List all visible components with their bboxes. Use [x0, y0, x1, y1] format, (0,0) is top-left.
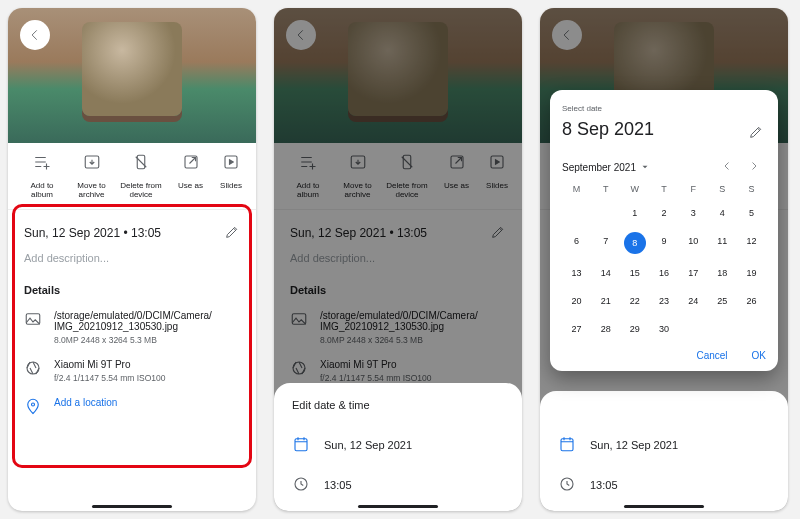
edit-time-value: 13:05	[324, 479, 352, 491]
clock-icon	[292, 475, 310, 495]
action-label: Use as	[178, 181, 203, 190]
pencil-icon	[748, 124, 764, 140]
chevron-left-icon	[721, 160, 733, 172]
phone-info: Add to album Move to archive Delete from…	[8, 8, 256, 511]
info-sheet: Sun, 12 Sep 2021 • 13:05 Add description…	[8, 210, 256, 431]
edit-time-row[interactable]: 13:05	[292, 465, 504, 505]
calendar-day[interactable]: 23	[649, 292, 678, 310]
open-in-icon	[182, 153, 200, 175]
calendar-icon	[292, 435, 310, 455]
phone-datepicker: Add to album Move to archive Delete from…	[540, 8, 788, 511]
action-use-as[interactable]: Use as	[169, 153, 213, 199]
calendar-icon	[558, 435, 576, 455]
calendar-dow: W	[620, 184, 649, 194]
calendar-day[interactable]: 19	[737, 264, 766, 282]
datepicker-manual-input-button[interactable]	[748, 124, 764, 142]
datepicker-cancel-button[interactable]: Cancel	[696, 350, 727, 361]
calendar-day[interactable]: 11	[708, 232, 737, 254]
detail-camera: Xiaomi Mi 9T Pro f/2.4 1/1147 5.54 mm IS…	[24, 359, 240, 383]
edit-date-value: Sun, 12 Sep 2021	[324, 439, 412, 451]
photo-datetime: Sun, 12 Sep 2021 • 13:05	[24, 226, 161, 240]
description-input[interactable]: Add description...	[24, 252, 240, 264]
next-month-button[interactable]	[742, 163, 766, 174]
calendar-day[interactable]: 18	[708, 264, 737, 282]
calendar-day[interactable]: 29	[620, 320, 649, 338]
action-label: Delete from device	[119, 181, 163, 199]
calendar-day[interactable]: 26	[737, 292, 766, 310]
action-label: Add to album	[20, 181, 64, 199]
detail-location[interactable]: Add a location	[24, 397, 240, 417]
slideshow-icon	[222, 153, 240, 175]
calendar-day[interactable]: 12	[737, 232, 766, 254]
pencil-icon	[224, 224, 240, 240]
action-delete-from-device[interactable]: Delete from device	[119, 153, 163, 199]
edit-datetime-sheet: x Sun, 12 Sep 2021 13:05	[540, 391, 788, 511]
calendar-day[interactable]: 10	[679, 232, 708, 254]
action-slideshow[interactable]: Slides	[218, 153, 244, 199]
calendar-day[interactable]: 22	[620, 292, 649, 310]
file-meta: 8.0MP 2448 x 3264 5.3 MB	[54, 335, 212, 345]
back-button[interactable]	[20, 20, 50, 50]
photo-preview	[8, 8, 256, 143]
calendar-day[interactable]: 1	[620, 204, 649, 222]
calendar-day[interactable]: 24	[679, 292, 708, 310]
calendar-day[interactable]: 3	[679, 204, 708, 222]
calendar-day[interactable]: 13	[562, 264, 591, 282]
chevron-right-icon	[748, 160, 760, 172]
calendar-dow: T	[649, 184, 678, 194]
action-move-to-archive[interactable]: Move to archive	[70, 153, 114, 199]
svg-rect-19	[561, 439, 573, 451]
add-location-link[interactable]: Add a location	[54, 397, 117, 408]
location-pin-icon	[24, 397, 42, 417]
calendar-day[interactable]: 2	[649, 204, 678, 222]
camera-model: Xiaomi Mi 9T Pro	[54, 359, 166, 370]
calendar-day[interactable]: 30	[649, 320, 678, 338]
gesture-bar	[92, 505, 172, 508]
calendar-day[interactable]: 9	[649, 232, 678, 254]
edit-datetime-sheet: Edit date & time Sun, 12 Sep 2021 13:05	[274, 383, 522, 511]
calendar-day[interactable]: 15	[620, 264, 649, 282]
calendar-day[interactable]: 7	[591, 232, 620, 254]
details-heading: Details	[24, 284, 240, 296]
date-picker-dialog: Select date 8 Sep 2021 September 2021 MT…	[550, 90, 778, 371]
calendar-day[interactable]: 28	[591, 320, 620, 338]
camera-meta: f/2.4 1/1147 5.54 mm ISO100	[54, 373, 166, 383]
action-label: Move to archive	[70, 181, 114, 199]
calendar-dow: S	[708, 184, 737, 194]
svg-rect-13	[295, 439, 307, 451]
calendar-day[interactable]: 5	[737, 204, 766, 222]
calendar-day[interactable]: 8	[620, 232, 649, 254]
prev-month-button[interactable]	[715, 163, 739, 174]
edit-datetime-button[interactable]	[224, 224, 240, 242]
calendar-day[interactable]: 6	[562, 232, 591, 254]
edit-time-row: 13:05	[558, 465, 770, 505]
datepicker-label: Select date	[562, 104, 766, 113]
calendar-day[interactable]: 4	[708, 204, 737, 222]
month-label: September 2021	[562, 162, 636, 173]
calendar-dow: M	[562, 184, 591, 194]
calendar-day	[591, 204, 620, 222]
edit-date-row[interactable]: Sun, 12 Sep 2021	[292, 425, 504, 465]
phone-edit-datetime: Add to album Move to archive Delete from…	[274, 8, 522, 511]
detail-file: /storage/emulated/0/DCIM/Camera/ IMG_202…	[24, 310, 240, 345]
month-dropdown[interactable]: September 2021	[562, 162, 650, 173]
calendar-day[interactable]: 17	[679, 264, 708, 282]
calendar-day	[562, 204, 591, 222]
calendar-day[interactable]: 20	[562, 292, 591, 310]
calendar-day[interactable]: 21	[591, 292, 620, 310]
calendar-dow: T	[591, 184, 620, 194]
calendar-day[interactable]: 14	[591, 264, 620, 282]
action-add-to-album[interactable]: Add to album	[20, 153, 64, 199]
calendar-grid: MTWTFSS123456789101112131415161718192021…	[562, 184, 766, 338]
calendar-day[interactable]: 16	[649, 264, 678, 282]
action-row: Add to album Move to archive Delete from…	[8, 143, 256, 210]
svg-point-6	[32, 403, 35, 406]
datepicker-ok-button[interactable]: OK	[752, 350, 766, 361]
calendar-day[interactable]: 25	[708, 292, 737, 310]
clock-icon	[558, 475, 576, 495]
aperture-icon	[24, 359, 42, 383]
calendar-day[interactable]: 27	[562, 320, 591, 338]
calendar-dow: F	[679, 184, 708, 194]
calendar-day-selected[interactable]: 8	[624, 232, 646, 254]
arrow-back-icon	[28, 28, 42, 42]
